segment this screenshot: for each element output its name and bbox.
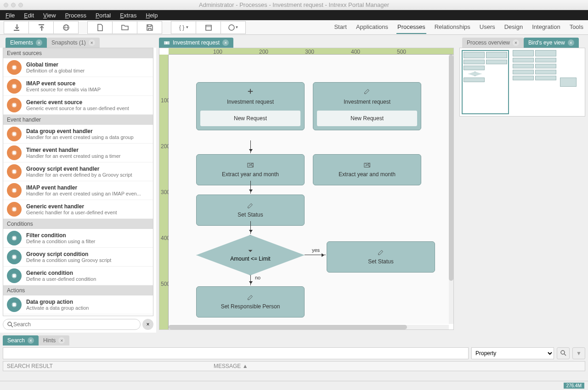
node-setstatus-2[interactable]: Set Status	[327, 241, 435, 273]
col-search-result[interactable]: SEARCH RESULT	[3, 362, 210, 371]
close-icon[interactable]: ×	[222, 39, 229, 46]
menu-process[interactable]: Process	[65, 12, 86, 19]
birds-eye-view[interactable]	[459, 48, 585, 117]
arrow	[250, 181, 251, 194]
search-input[interactable]	[3, 319, 141, 330]
element-icon	[7, 164, 22, 179]
menu-extras[interactable]: Extras	[120, 12, 136, 19]
menu-portal[interactable]: Portal	[96, 12, 111, 19]
save-button[interactable]	[137, 21, 162, 34]
node-responsible[interactable]: Set Responsible Person	[196, 286, 305, 318]
scrollbar-vertical[interactable]	[449, 55, 453, 324]
svg-rect-16	[13, 151, 16, 155]
element-item[interactable]: Global timerDefinition of a global timer	[3, 58, 153, 77]
new-file-button[interactable]	[87, 21, 113, 34]
element-icon	[7, 231, 22, 245]
close-icon[interactable]: ×	[58, 337, 65, 344]
module-start[interactable]: Start	[333, 21, 347, 34]
module-design[interactable]: Design	[503, 21, 524, 34]
search-icon	[560, 350, 566, 356]
node-condition[interactable]: Amount <= Limit	[196, 235, 305, 275]
search-field[interactable]	[3, 347, 469, 359]
calendar-button[interactable]	[196, 21, 221, 34]
menu-view[interactable]: View	[43, 12, 56, 19]
close-icon[interactable]: ×	[89, 39, 95, 46]
svg-point-44	[561, 351, 565, 354]
element-desc: Generic event source for a user-defined …	[26, 106, 149, 111]
language-button[interactable]: ▼	[220, 21, 246, 34]
canvas[interactable]: 100200300400500 100200300400500 Investme…	[159, 48, 454, 330]
svg-line-45	[564, 354, 566, 356]
element-item[interactable]: Data group event handlerHandler for an e…	[3, 125, 153, 144]
element-icon	[7, 268, 22, 283]
search-type-select[interactable]: Property	[471, 347, 554, 359]
close-icon[interactable]: ×	[36, 39, 42, 46]
col-message[interactable]: MESSAGE ▲	[210, 362, 252, 371]
node-start-1[interactable]: Investment request New Request	[196, 82, 305, 130]
arrow	[250, 221, 251, 234]
edge-label-yes: yes	[312, 247, 320, 253]
element-item[interactable]: Filter conditionDefine a condition using…	[3, 229, 153, 248]
element-item[interactable]: Timer event handlerHandler for an event …	[3, 144, 153, 162]
right-pane: Process overview× Bird's eye view×	[457, 35, 588, 333]
groovy-icon: >G	[364, 162, 370, 168]
clear-search-button[interactable]: ×	[142, 319, 153, 330]
close-icon[interactable]: ×	[568, 39, 574, 46]
element-item[interactable]: Groovy script event handlerHandler for a…	[3, 162, 153, 181]
tab-hints[interactable]: Hints×	[39, 335, 69, 345]
node-extract-2[interactable]: >G Extract year and month	[313, 154, 421, 185]
element-item[interactable]: IMAP event sourceEvent source for emails…	[3, 77, 153, 96]
window-title: Administrator - Processes - Investment r…	[0, 1, 588, 8]
edge-label-no: no	[255, 275, 260, 280]
module-applications[interactable]: Applications	[355, 21, 389, 34]
module-relationships[interactable]: Relationships	[434, 21, 471, 34]
module-tools[interactable]: Tools	[569, 21, 584, 34]
tab-investment-request[interactable]: Investment request×	[159, 38, 233, 48]
svg-rect-14	[13, 133, 16, 136]
element-list[interactable]: Event sourcesGlobal timerDefinition of a…	[3, 48, 153, 316]
globe-button[interactable]	[53, 21, 79, 34]
element-item[interactable]: Data group actionActivate a data group a…	[3, 295, 153, 314]
toolbar: { }▼ ▼ Start Applications Processes Rela…	[0, 20, 588, 35]
menu-file[interactable]: File	[6, 12, 15, 19]
svg-rect-20	[13, 189, 16, 192]
import-button[interactable]	[4, 21, 29, 34]
tab-birds-eye[interactable]: Bird's eye view×	[524, 38, 579, 48]
svg-rect-22	[13, 208, 16, 211]
braces-button[interactable]: { }▼	[171, 21, 196, 34]
ruler-horizontal: 100200300400500	[169, 48, 453, 55]
tab-elements[interactable]: Elements×	[6, 38, 47, 48]
search-button[interactable]	[557, 347, 570, 359]
element-item[interactable]: Groovy script conditionDefine a conditio…	[3, 248, 153, 267]
results-table-header: SEARCH RESULT MESSAGE ▲	[3, 361, 585, 371]
titlebar: Administrator - Processes - Investment r…	[0, 0, 588, 10]
element-item[interactable]: Generic conditionDefine a user-defined c…	[3, 267, 153, 285]
element-item[interactable]: Generic event handlerGeneric handler for…	[3, 200, 153, 219]
collapse-button[interactable]: ▼	[572, 347, 585, 359]
svg-rect-12	[13, 104, 16, 107]
tab-process-overview[interactable]: Process overview×	[462, 38, 524, 48]
element-item[interactable]: IMAP event handlerHandler for an event c…	[3, 181, 153, 200]
element-title: Global timer	[26, 61, 149, 68]
open-button[interactable]	[112, 21, 137, 34]
module-processes[interactable]: Processes	[396, 21, 426, 34]
close-icon[interactable]: ×	[28, 337, 34, 344]
tab-search[interactable]: Search×	[3, 335, 39, 345]
node-start-2[interactable]: Investment request New Request	[313, 82, 421, 130]
tab-snapshots[interactable]: Snapshots (1)×	[47, 38, 100, 48]
scrollbar-horizontal[interactable]	[169, 325, 449, 329]
menu-edit[interactable]: Edit	[24, 12, 34, 19]
module-integration[interactable]: Integration	[531, 21, 561, 34]
element-desc: Activate a data group action	[26, 305, 149, 311]
close-icon[interactable]: ×	[513, 39, 519, 46]
element-title: Filter condition	[26, 232, 149, 239]
svg-rect-18	[13, 170, 16, 173]
element-desc: Define a condition using a filter	[26, 239, 149, 244]
memory-indicator[interactable]: 276.4M	[564, 383, 584, 389]
export-button[interactable]	[28, 21, 54, 34]
menu-help[interactable]: Help	[146, 12, 158, 19]
svg-text:{ }: { }	[179, 24, 184, 31]
element-item[interactable]: Generic event sourceGeneric event source…	[3, 96, 153, 115]
element-title: IMAP event source	[26, 80, 149, 87]
module-users[interactable]: Users	[479, 21, 496, 34]
